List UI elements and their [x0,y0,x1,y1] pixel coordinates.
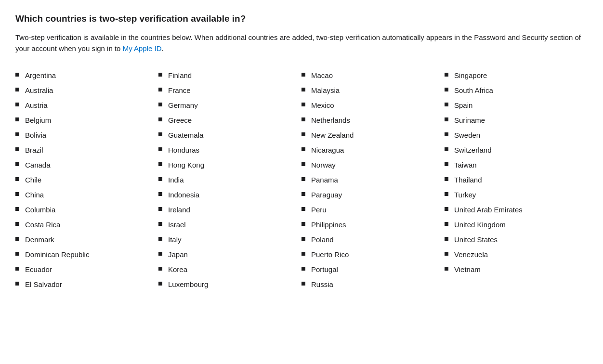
bullet-icon [445,132,448,136]
list-item: Japan [158,247,294,262]
country-name: Germany [168,100,198,110]
list-item: Turkey [445,187,580,202]
country-name: Finland [168,70,192,80]
list-item: El Salvador [15,277,151,292]
list-item: Macao [302,68,437,83]
country-name: Peru [311,205,327,215]
country-name: China [25,190,44,200]
intro-text-after-link: . [162,44,164,52]
my-apple-id-link[interactable]: My Apple ID [123,44,162,52]
country-name: Norway [311,160,336,170]
bullet-icon [158,237,162,241]
bullet-icon [15,88,19,91]
country-name: Korea [168,264,187,274]
country-name: Portugal [311,264,338,274]
list-item: Nicaragua [302,143,437,157]
bullet-icon [445,117,448,121]
list-item: Denmark [15,232,151,247]
list-item: Korea [158,262,294,277]
bullet-icon [158,88,162,91]
bullet-icon [302,88,305,91]
bullet-icon [302,222,305,226]
bullet-icon [302,237,305,241]
list-item: France [158,83,294,98]
country-name: Taiwan [454,160,477,170]
list-item: Mexico [302,98,437,113]
list-item: Columbia [15,202,151,217]
list-item: Vietnam [445,262,580,277]
country-name: Poland [311,234,334,245]
list-item: Ecuador [15,262,151,277]
country-name: Venezuela [454,249,488,260]
list-item: Dominican Republic [15,247,151,262]
bullet-icon [15,147,19,151]
list-item: South Africa [445,83,580,98]
list-item: Russia [302,277,437,292]
bullet-icon [445,192,448,196]
list-item: India [158,172,294,187]
list-item: Peru [302,202,437,217]
bullet-icon [158,252,162,256]
list-item: Suriname [445,113,580,128]
list-item: Philippines [302,217,437,232]
intro-paragraph: Two-step verification is available in th… [15,32,584,54]
country-name: Netherlands [311,115,350,125]
bullet-icon [445,73,448,77]
bullet-icon [15,73,19,77]
list-item: Germany [158,98,294,113]
bullet-icon [158,147,162,151]
country-name: Singapore [454,70,487,80]
bullet-icon [445,252,448,256]
country-name: Columbia [25,205,55,215]
list-item: Ireland [158,202,294,217]
country-column-2: FinlandFranceGermanyGreeceGuatemalaHondu… [158,68,302,292]
bullet-icon [158,192,162,196]
country-name: Luxembourg [168,279,208,289]
country-name: Costa Rica [25,220,60,230]
country-name: Chile [25,175,41,185]
country-name: Panama [311,175,338,185]
country-name: Israel [168,220,186,230]
list-item: Belgium [15,113,151,128]
intro-text-before-link: Two-step verification is available in th… [15,33,581,52]
country-name: Puerto Rico [311,249,349,260]
bullet-icon [445,162,448,166]
bullet-icon [302,132,305,136]
list-item: Venezuela [445,247,580,262]
list-item: Luxembourg [158,277,294,292]
bullet-icon [15,103,19,106]
bullet-icon [15,117,19,121]
bullet-icon [15,222,19,226]
country-name: New Zealand [311,130,354,140]
list-item: Poland [302,232,437,247]
country-name: Hong Kong [168,160,204,170]
list-item: Panama [302,172,437,187]
country-name: Sweden [454,130,480,140]
list-item: Chile [15,172,151,187]
country-name: Bolivia [25,130,46,140]
list-item: Portugal [302,262,437,277]
bullet-icon [15,267,19,271]
list-item: Canada [15,157,151,172]
country-name: Ecuador [25,264,52,274]
country-name: France [168,85,191,95]
country-name: Mexico [311,100,334,110]
bullet-icon [15,282,19,286]
bullet-icon [445,147,448,151]
bullet-icon [15,207,19,211]
list-item: Norway [302,157,437,172]
bullet-icon [445,207,448,211]
list-item: Costa Rica [15,217,151,232]
country-name: Thailand [454,175,482,185]
list-item: China [15,187,151,202]
country-name: Austria [25,100,48,110]
bullet-icon [15,237,19,241]
country-grid: ArgentinaAustraliaAustriaBelgiumBoliviaB… [15,68,588,292]
list-item: Argentina [15,68,151,83]
country-name: Argentina [25,70,56,80]
country-name: Malaysia [311,85,340,95]
country-name: Greece [168,115,192,125]
bullet-icon [15,192,19,196]
bullet-icon [302,252,305,256]
bullet-icon [158,177,162,181]
